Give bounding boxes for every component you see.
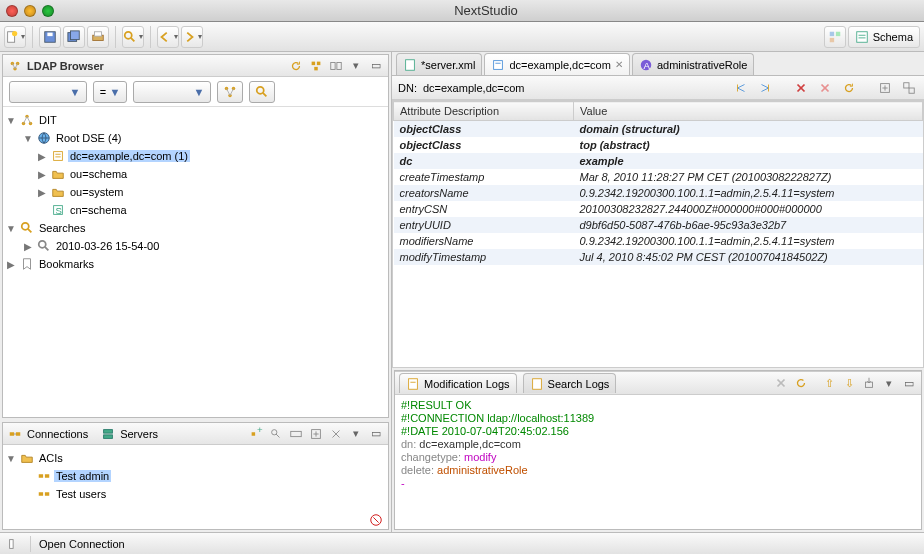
delete-value-button[interactable] [816, 79, 834, 97]
log-down-button[interactable]: ⇩ [841, 375, 857, 391]
table-row[interactable]: createTimestampMar 8, 2010 11:28:27 PM C… [394, 169, 923, 185]
attr-cell: entryCSN [394, 201, 574, 217]
minimize-window-button[interactable] [24, 5, 36, 17]
delete-attr-button[interactable] [792, 79, 810, 97]
perspective-switcher-button[interactable] [824, 26, 846, 48]
filter-attr-combo[interactable]: ▼ [9, 81, 87, 103]
tree-node-search-item[interactable]: ▶2010-03-26 15-54-00 [5, 237, 386, 255]
col-attr[interactable]: Attribute Description [394, 102, 574, 121]
tree-node-bookmarks[interactable]: ▶Bookmarks [5, 255, 386, 273]
log-up-button[interactable]: ⇧ [821, 375, 837, 391]
svg-rect-35 [54, 152, 63, 161]
attr-cell: objectClass [394, 121, 574, 138]
schema-perspective-button[interactable]: Schema [848, 26, 920, 48]
folder-icon [51, 185, 65, 199]
filter-op-combo[interactable]: =▼ [93, 81, 127, 103]
table-row[interactable]: entryCSN20100308232827.244000Z#000000#00… [394, 201, 923, 217]
minimize-view-button[interactable]: ▭ [368, 58, 384, 74]
col-value[interactable]: Value [574, 102, 923, 121]
back-button[interactable] [157, 26, 179, 48]
open-conn-button[interactable] [288, 426, 304, 442]
new-connection-button[interactable]: + [248, 426, 264, 442]
tab-connections[interactable]: Connections [27, 428, 88, 440]
svg-rect-62 [45, 492, 49, 496]
refresh-button[interactable] [288, 58, 304, 74]
tree-node-testadmin[interactable]: ▶Test admin [5, 467, 386, 485]
svg-rect-10 [829, 31, 833, 35]
tree-node-cnschema[interactable]: ▶Scn=schema [5, 201, 386, 219]
edit-right-button[interactable] [756, 79, 774, 97]
log-refresh-button[interactable] [793, 375, 809, 391]
value-cell: Jul 4, 2010 8:45:02 PM CEST (20100704184… [574, 249, 923, 265]
tree-node-dit[interactable]: ▼DIT [5, 111, 386, 129]
log-clear-button[interactable] [773, 375, 789, 391]
value-cell: example [574, 153, 923, 169]
filter-value-combo[interactable]: ▼ [133, 81, 211, 103]
new-button[interactable] [4, 26, 26, 48]
tree-node-ousystem[interactable]: ▶ou=system [5, 183, 386, 201]
connections-tree[interactable]: ▼ACIs ▶Test admin ▶Test users [3, 445, 388, 511]
table-row[interactable]: objectClasstop (abstract) [394, 137, 923, 153]
tree-node-rootdse[interactable]: ▼Root DSE (4) [5, 129, 386, 147]
tab-modification-logs[interactable]: Modification Logs [399, 373, 517, 393]
fastview-button[interactable] [6, 536, 22, 552]
tree-node-dcexample[interactable]: ▶dc=example,dc=com (1) [5, 147, 386, 165]
refresh-attrs-button[interactable] [840, 79, 858, 97]
tree-node-testusers[interactable]: ▶Test users [5, 485, 386, 503]
window-title: NextStudio [54, 3, 918, 18]
ldap-tree[interactable]: ▼DIT ▼Root DSE (4) ▶dc=example,dc=com (1… [3, 107, 388, 417]
table-row[interactable]: objectClassdomain (structural) [394, 121, 923, 138]
table-row[interactable]: modifiersName0.9.2342.19200300.100.1.1=a… [394, 233, 923, 249]
tab-servers[interactable]: Servers [120, 428, 158, 440]
tab-dcexample[interactable]: dc=example,dc=com ✕ [484, 53, 630, 75]
close-conn-button[interactable] [328, 426, 344, 442]
ldap-browser-icon [7, 58, 23, 74]
view-menu-button[interactable]: ▾ [348, 58, 364, 74]
tree-node-searches[interactable]: ▼Searches [5, 219, 386, 237]
attribute-table[interactable]: Attribute Description Value objectClassd… [392, 100, 924, 368]
find-connection-button[interactable] [268, 426, 284, 442]
collapse-all-button[interactable] [308, 58, 324, 74]
search-dropdown-button[interactable] [122, 26, 144, 48]
conn-menu-button[interactable]: ▾ [348, 426, 364, 442]
log-output[interactable]: #!RESULT OK #!CONNECTION ldap://localhos… [395, 395, 921, 529]
log-export-button[interactable] [861, 375, 877, 391]
searches-icon [20, 221, 34, 235]
zoom-window-button[interactable] [42, 5, 54, 17]
table-row[interactable]: entryUUIDd9bf6d50-5087-476b-b6ae-95c93a3… [394, 217, 923, 233]
edit-left-button[interactable] [732, 79, 750, 97]
logs-view: Modification Logs Search Logs ⇧ ⇩ ▾ ▭ #!… [394, 370, 922, 530]
attr-cell: modifiersName [394, 233, 574, 249]
svg-line-9 [131, 37, 135, 41]
table-row[interactable]: creatorsName0.9.2342.19200300.100.1.1=ad… [394, 185, 923, 201]
new-attr-button[interactable] [876, 79, 894, 97]
tab-search-logs[interactable]: Search Logs [523, 373, 617, 393]
tab-server-xml[interactable]: *server.xml [396, 53, 482, 75]
stop-button[interactable] [368, 512, 384, 528]
tab-adminrole[interactable]: A administrativeRole [632, 53, 754, 75]
new-value-button[interactable] [900, 79, 918, 97]
connection-icon [37, 469, 51, 483]
close-tab-button[interactable]: ✕ [615, 59, 623, 70]
add-conn-button[interactable] [308, 426, 324, 442]
table-row[interactable]: dcexample [394, 153, 923, 169]
forward-button[interactable] [181, 26, 203, 48]
modlog-icon [406, 377, 420, 391]
close-window-button[interactable] [6, 5, 18, 17]
svg-rect-49 [252, 432, 256, 436]
dn-label: DN: [398, 82, 417, 94]
log-menu-button[interactable]: ▾ [881, 375, 897, 391]
log-minimize-button[interactable]: ▭ [901, 375, 917, 391]
tree-node-acis[interactable]: ▼ACIs [5, 449, 386, 467]
connections-view: Connections Servers + ▾ ▭ ▼ACIs ▶Test ad… [2, 422, 389, 530]
tree-node-ouschema[interactable]: ▶ou=schema [5, 165, 386, 183]
filter-run-button[interactable] [249, 81, 275, 103]
table-row[interactable]: modifyTimestampJul 4, 2010 8:45:02 PM CE… [394, 249, 923, 265]
link-editor-button[interactable] [328, 58, 344, 74]
save-all-button[interactable] [63, 26, 85, 48]
filter-tree-button[interactable] [217, 81, 243, 103]
conn-minimize-button[interactable]: ▭ [368, 426, 384, 442]
dn-value: dc=example,dc=com [423, 82, 726, 94]
save-button[interactable] [39, 26, 61, 48]
print-button[interactable] [87, 26, 109, 48]
